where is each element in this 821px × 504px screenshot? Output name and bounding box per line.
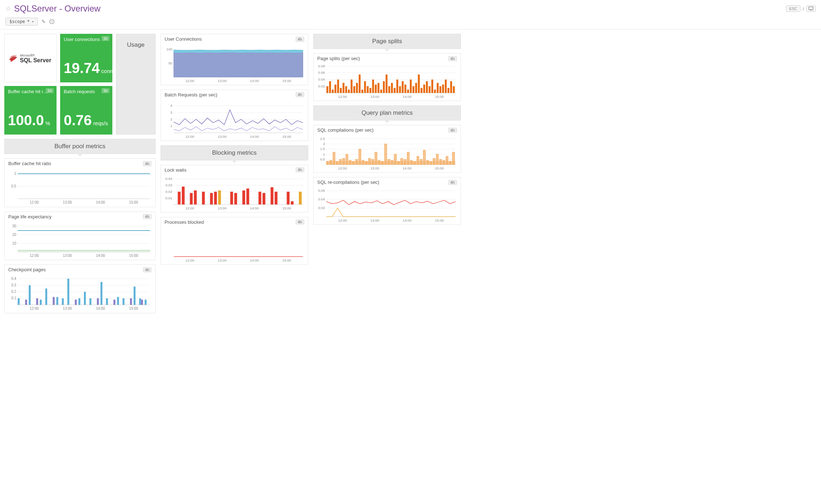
svg-rect-43 [67,279,69,305]
help-icon[interactable]: ? [49,19,54,24]
svg-text:0.02: 0.02 [165,189,172,193]
panel-title: Buffer cache hit ratio [8,161,51,166]
svg-rect-44 [78,298,80,305]
range-badge: 4h [448,56,457,61]
section-label: Page splits [372,38,402,45]
tile-user-connections[interactable]: User connections 1h 19.74conns [60,34,112,82]
svg-text:0.3: 0.3 [11,283,16,287]
tile-range-badge: 1h [46,88,54,93]
star-icon[interactable]: ☆ [5,5,11,13]
svg-text:0.08: 0.08 [318,64,325,68]
svg-text:1: 1 [323,152,325,156]
panel-title: Page life expectancy [8,214,51,219]
svg-text:13:00: 13:00 [218,79,227,83]
svg-text:13:00: 13:00 [63,200,72,204]
panel-sql-compilations[interactable]: SQL compilations (per sec) 4h 0.511.522.… [313,125,461,173]
svg-rect-49 [117,297,119,305]
svg-rect-46 [89,298,91,305]
svg-rect-61 [141,300,143,305]
tile-buffer-cache-hit[interactable]: Buffer cache hit r… 1h 100.0% [4,86,57,135]
svg-text:12:00: 12:00 [30,254,39,258]
svg-rect-39 [40,300,41,305]
svg-text:0.5: 0.5 [320,157,325,161]
svg-text:15:00: 15:00 [435,166,444,170]
svg-rect-42 [62,298,64,305]
range-badge: 4h [143,214,152,219]
svg-text:14:00: 14:00 [96,307,105,310]
svg-text:14:00: 14:00 [403,218,412,222]
section-label: Usage [127,41,144,49]
tile-batch-requests[interactable]: Batch requests 1h 0.76reqs/s [60,86,112,135]
svg-text:14:00: 14:00 [250,206,259,210]
svg-rect-50 [122,298,124,305]
caret-down-icon: ▾ [32,20,34,23]
svg-rect-52 [139,298,141,305]
tile-unit: reqs/s [93,121,108,126]
tile-unit: conns [101,68,116,74]
panel-user-connections[interactable]: User Connections 4h 5010012:0013:0014:00… [161,34,308,85]
svg-text:14:00: 14:00 [403,95,412,99]
svg-text:1: 1 [170,124,172,128]
svg-rect-1 [810,10,812,10]
svg-text:13:00: 13:00 [218,258,227,262]
svg-text:15:00: 15:00 [129,307,138,310]
svg-rect-57 [75,300,77,305]
svg-text:2: 2 [170,117,172,121]
fullscreen-icon[interactable] [806,5,816,12]
svg-text:13:00: 13:00 [371,166,380,170]
panel-buffer-cache-hit-ratio[interactable]: Buffer cache hit ratio 4h 0.5112:0013:00… [4,158,156,207]
svg-text:13:00: 13:00 [371,95,380,99]
svg-text:0.03: 0.03 [165,183,172,187]
section-page-splits: Page splits [313,34,461,49]
panel-page-splits[interactable]: Page splits (per sec) 4h 0.020.040.060.0… [313,53,461,101]
svg-text:12:00: 12:00 [30,200,39,204]
panel-sql-recompilations[interactable]: SQL re-compilations (per sec) 4h 0.020.0… [313,177,461,225]
panel-processes-blocked[interactable]: Processes blocked 4h 12:0013:0014:0015:0… [161,217,308,265]
svg-rect-37 [18,298,19,305]
pencil-icon[interactable]: ✎ [41,19,46,24]
svg-text:20: 20 [12,232,17,236]
svg-text:4: 4 [170,104,172,108]
panel-title: SQL compilations (per sec) [317,127,373,133]
svg-text:1: 1 [14,172,17,176]
svg-text:0.01: 0.01 [165,196,172,200]
range-badge: 4h [296,219,304,224]
svg-text:0.04: 0.04 [318,197,325,201]
panel-batch-requests[interactable]: Batch Requests (per sec) 4h 123412:0013:… [161,90,308,141]
svg-text:15:00: 15:00 [282,135,291,139]
panel-lock-waits[interactable]: Lock waits 4h 0.010.020.030.0412:0013:00… [161,165,308,213]
svg-text:0.06: 0.06 [318,189,325,192]
svg-rect-55 [36,298,38,305]
tile-range-badge: 1h [102,36,109,41]
svg-text:12:00: 12:00 [338,95,347,99]
svg-text:12:00: 12:00 [338,218,347,222]
logo-name: SQL Server [20,57,51,63]
svg-text:14:00: 14:00 [250,258,259,262]
page-title: SQLServer - Overview [14,4,100,14]
tile-value: 100.0 [8,113,44,127]
section-usage: Usage [116,34,156,135]
svg-rect-60 [130,298,132,305]
panel-page-life-expectancy[interactable]: Page life expectancy 4h 10203012:0013:00… [4,212,156,260]
svg-rect-51 [134,286,135,305]
scope-value: * [27,19,30,24]
panel-title: Lock waits [165,167,187,173]
svg-rect-0 [809,7,813,10]
svg-text:15:00: 15:00 [435,218,444,222]
svg-text:14:00: 14:00 [250,135,259,139]
svg-rect-48 [106,298,108,305]
panel-checkpoint-pages[interactable]: Checkpoint pages 4h 0.10.20.30.412:0013:… [4,264,156,313]
svg-rect-54 [25,300,27,305]
scope-dropdown[interactable]: $scope * ▾ [5,18,38,26]
esc-button[interactable]: ESC [786,5,801,12]
tile-unit: % [45,121,50,126]
svg-text:14:00: 14:00 [96,200,105,204]
svg-text:12:00: 12:00 [185,79,194,83]
scope-label: $scope [9,19,25,24]
tile-value: 19.74 [64,61,100,75]
sqlserver-swoosh-icon [9,55,17,62]
svg-text:3: 3 [170,110,172,114]
svg-text:0.06: 0.06 [318,71,325,74]
panel-title: SQL re-compilations (per sec) [317,180,379,185]
svg-text:15:00: 15:00 [129,254,138,258]
